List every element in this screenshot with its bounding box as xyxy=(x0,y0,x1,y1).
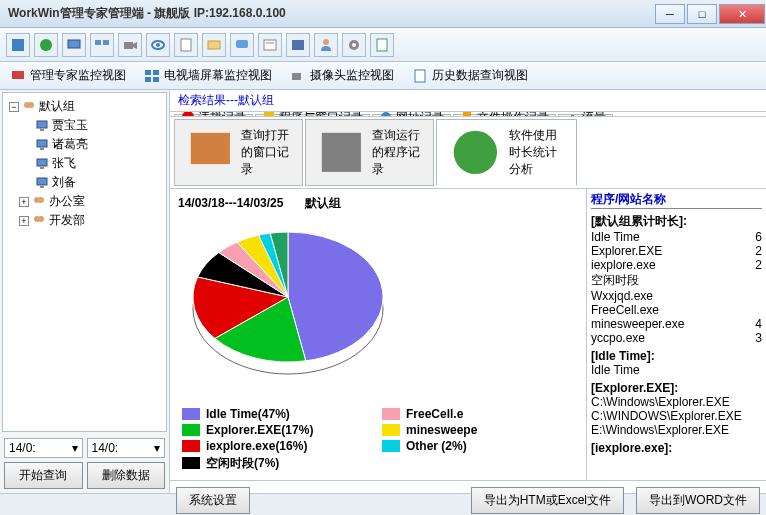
svg-rect-46 xyxy=(191,133,230,164)
group-icon xyxy=(32,214,46,228)
svg-rect-28 xyxy=(37,121,47,128)
view-tab-camera[interactable]: 摄像头监控视图 xyxy=(286,65,398,86)
svg-rect-31 xyxy=(40,148,44,150)
proglist-row[interactable]: E:\Windows\Explorer.EXE xyxy=(591,423,762,437)
sub-tabs: 查询打开的窗口记录 查询运行的程序记录 软件使用时长统计分析 xyxy=(170,117,766,189)
svg-rect-34 xyxy=(37,178,47,185)
svg-rect-3 xyxy=(95,40,101,45)
proglist-row[interactable]: C:\Windows\Explorer.EXE xyxy=(591,395,762,409)
monitor-icon xyxy=(35,138,49,152)
svg-rect-2 xyxy=(68,40,80,48)
tool-icon-1[interactable] xyxy=(6,33,30,57)
svg-rect-24 xyxy=(292,73,301,80)
film-icon[interactable] xyxy=(286,33,310,57)
proglist-header: 程序/网站名称 xyxy=(591,191,762,209)
camera-icon[interactable] xyxy=(118,33,142,57)
monitor-icon xyxy=(35,119,49,133)
proglist-section: [Explorer.EXE]: xyxy=(591,381,762,395)
start-query-button[interactable]: 开始查询 xyxy=(4,462,83,489)
proglist-row[interactable]: 空闲时段 xyxy=(591,272,762,289)
expand-icon[interactable]: + xyxy=(19,216,29,226)
tree-node-user[interactable]: 诸葛亮 xyxy=(5,135,164,154)
list-icon[interactable] xyxy=(258,33,282,57)
user-icon[interactable] xyxy=(314,33,338,57)
subtab-windows[interactable]: 查询打开的窗口记录 xyxy=(174,119,303,186)
svg-point-27 xyxy=(28,102,34,108)
proglist-row[interactable]: iexplore.exe2 xyxy=(591,258,762,272)
search-result-label: 检索结果---默认组 xyxy=(170,90,766,112)
view-tab-tvwall[interactable]: 电视墙屏幕监控视图 xyxy=(140,65,276,86)
tree-node-group[interactable]: +办公室 xyxy=(5,192,164,211)
window-title: WorkWin管理专家管理端 - 旗舰版 IP:192.168.0.100 xyxy=(0,5,654,22)
group-icon xyxy=(32,195,46,209)
globe-icon[interactable] xyxy=(34,33,58,57)
subtab-stats[interactable]: 软件使用时长统计分析 xyxy=(436,119,577,186)
group-tree: − 默认组 贾宝玉诸葛亮张飞刘备 +办公室+开发部 xyxy=(2,92,167,432)
svg-rect-20 xyxy=(145,70,151,75)
chat-icon[interactable] xyxy=(230,33,254,57)
svg-point-17 xyxy=(352,43,356,47)
program-list[interactable]: 程序/网站名称 [默认组累计时长]:Idle Time6Explorer.EXE… xyxy=(586,189,766,480)
proglist-row[interactable]: C:\WINDOWS\Explorer.EXE xyxy=(591,409,762,423)
svg-point-39 xyxy=(38,216,44,222)
svg-rect-21 xyxy=(153,70,159,75)
proglist-row[interactable]: FreeCell.exe xyxy=(591,303,762,317)
svg-rect-23 xyxy=(153,77,159,82)
delete-data-button[interactable]: 删除数据 xyxy=(87,462,166,489)
svg-rect-22 xyxy=(145,77,151,82)
eye-icon[interactable] xyxy=(146,33,170,57)
proglist-row[interactable]: yccpo.exe3 xyxy=(591,331,762,345)
svg-point-15 xyxy=(323,39,329,45)
pie-chart xyxy=(178,222,398,392)
view-tabs: 管理专家监控视图 电视墙屏幕监控视图 摄像头监控视图 历史数据查询视图 xyxy=(0,62,766,90)
proglist-row[interactable]: Wxxjqd.exe xyxy=(591,289,762,303)
proglist-row[interactable]: Explorer.EXE2 xyxy=(591,244,762,258)
subtab-programs[interactable]: 查询运行的程序记录 xyxy=(305,119,434,186)
maximize-button[interactable]: □ xyxy=(687,4,717,24)
view-tab-history[interactable]: 历史数据查询视图 xyxy=(408,65,532,86)
svg-point-48 xyxy=(454,131,497,174)
proglist-row[interactable]: Idle Time xyxy=(591,363,762,377)
chart-legend: Idle Time(47%)FreeCell.eExplorer.EXE(17%… xyxy=(178,403,578,476)
doc-icon[interactable] xyxy=(174,33,198,57)
close-button[interactable]: ✕ xyxy=(719,4,765,24)
paper-icon[interactable] xyxy=(370,33,394,57)
svg-point-8 xyxy=(156,43,160,47)
minimize-button[interactable]: ─ xyxy=(655,4,685,24)
main-toolbar xyxy=(0,28,766,62)
legend-item: 空闲时段(7%) xyxy=(182,455,374,472)
svg-rect-10 xyxy=(208,41,220,49)
collapse-icon[interactable]: − xyxy=(9,102,19,112)
svg-rect-4 xyxy=(103,40,109,45)
monitor-icon[interactable] xyxy=(62,33,86,57)
svg-rect-18 xyxy=(377,39,387,51)
svg-point-37 xyxy=(38,197,44,203)
proglist-section: [Idle Time]: xyxy=(591,349,762,363)
view-tab-monitor[interactable]: 管理专家监控视图 xyxy=(6,65,130,86)
date-from[interactable]: 14/0:▾ xyxy=(4,438,83,458)
legend-item: Other (2%) xyxy=(382,439,574,453)
gear-icon[interactable] xyxy=(342,33,366,57)
screens-icon[interactable] xyxy=(90,33,114,57)
settings-button[interactable]: 系统设置 xyxy=(176,487,250,514)
expand-icon[interactable]: + xyxy=(19,197,29,207)
legend-item: FreeCell.e xyxy=(382,407,574,421)
svg-rect-19 xyxy=(12,71,24,79)
mail-icon[interactable] xyxy=(202,33,226,57)
tree-node-user[interactable]: 张飞 xyxy=(5,154,164,173)
date-to[interactable]: 14/0:▾ xyxy=(87,438,166,458)
svg-rect-11 xyxy=(236,40,248,48)
tree-root[interactable]: − 默认组 xyxy=(5,97,164,116)
proglist-row[interactable]: minesweeper.exe4 xyxy=(591,317,762,331)
svg-rect-32 xyxy=(37,159,47,166)
tree-node-user[interactable]: 贾宝玉 xyxy=(5,116,164,135)
export-html-button[interactable]: 导出为HTM或Excel文件 xyxy=(471,487,624,514)
tree-node-user[interactable]: 刘备 xyxy=(5,173,164,192)
tree-node-group[interactable]: +开发部 xyxy=(5,211,164,230)
proglist-row[interactable]: Idle Time6 xyxy=(591,230,762,244)
proglist-section: [默认组累计时长]: xyxy=(591,213,762,230)
export-word-button[interactable]: 导出到WORD文件 xyxy=(636,487,760,514)
sidebar: − 默认组 贾宝玉诸葛亮张飞刘备 +办公室+开发部 14/0:▾ 14/0:▾ … xyxy=(0,90,170,493)
legend-item: Explorer.EXE(17%) xyxy=(182,423,374,437)
legend-item: Idle Time(47%) xyxy=(182,407,374,421)
